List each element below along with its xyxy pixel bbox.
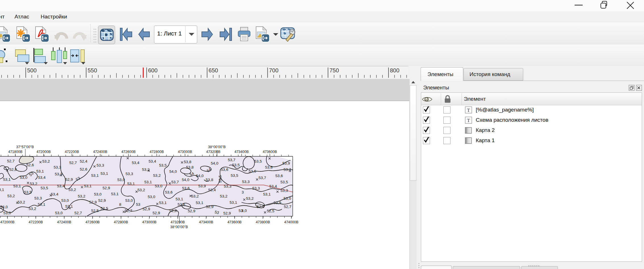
svg-text:52,9: 52,9 [188, 209, 195, 213]
svg-text:52,5: 52,5 [91, 209, 99, 213]
svg-text:53,5: 53,5 [232, 163, 240, 167]
svg-text:472800B: 472800B [149, 150, 164, 154]
svg-text:53,2: 53,2 [191, 194, 199, 198]
svg-text:52,9: 52,9 [98, 198, 106, 203]
svg-text:53,3: 53,3 [126, 172, 133, 176]
svg-text:53,7: 53,7 [259, 176, 266, 180]
svg-text:53,3: 53,3 [224, 184, 231, 188]
svg-text:8: 8 [119, 202, 121, 207]
svg-text:53,6: 53,6 [265, 165, 273, 169]
svg-text:53,1: 53,1 [111, 192, 119, 196]
svg-text:53,5: 53,5 [24, 190, 32, 194]
svg-text:53,0: 53,0 [125, 198, 133, 203]
svg-text:473600B: 473600B [263, 150, 277, 154]
svg-text:53,0: 53,0 [148, 195, 155, 199]
svg-text:3,1: 3,1 [0, 188, 4, 192]
svg-text:53,0: 53,0 [94, 192, 101, 196]
svg-text:472400B: 472400B [57, 220, 71, 224]
svg-text:53,8: 53,8 [206, 178, 213, 182]
svg-text:53,7: 53,7 [228, 158, 235, 162]
svg-text:53,1: 53,1 [127, 182, 135, 186]
svg-text:53,0: 53,0 [3, 211, 11, 215]
svg-text:473200B: 473200B [206, 150, 220, 154]
svg-text:53,2: 53,2 [153, 173, 161, 178]
svg-text:53,5: 53,5 [41, 186, 48, 190]
svg-text:53,2: 53,2 [78, 194, 85, 198]
svg-text:54,0: 54,0 [182, 178, 189, 182]
svg-text:3,0: 3,0 [242, 209, 247, 213]
svg-text:52,5: 52,5 [267, 209, 274, 213]
svg-text:52,9: 52,9 [153, 211, 160, 215]
svg-text:53,2: 53,2 [42, 159, 50, 163]
svg-text:53,0: 53,0 [61, 198, 69, 203]
svg-text:53,8: 53,8 [186, 165, 194, 169]
svg-text:473800B: 473800B [256, 220, 270, 224]
svg-text:52,8: 52,8 [9, 167, 17, 172]
svg-text:52,9: 52,9 [89, 200, 97, 204]
svg-text:54,0: 54,0 [169, 169, 177, 174]
svg-text:52,7: 52,7 [69, 161, 77, 165]
svg-text:53,1: 53,1 [38, 202, 45, 207]
svg-text:472200B: 472200B [65, 150, 79, 154]
svg-text:53,6: 53,6 [221, 167, 228, 172]
svg-text:53,5: 53,5 [254, 159, 262, 163]
svg-text:53,2: 53,2 [220, 194, 227, 198]
svg-text:53,4: 53,4 [57, 184, 65, 188]
svg-text:52,8: 52,8 [169, 209, 177, 213]
svg-text:53,0: 53,0 [20, 175, 27, 180]
svg-text:53,4: 53,4 [208, 188, 216, 192]
svg-text:54,0: 54,0 [211, 161, 218, 165]
svg-text:52,9: 52,9 [103, 186, 110, 190]
svg-text:53,2: 53,2 [246, 196, 254, 201]
svg-text:53,7: 53,7 [171, 180, 179, 184]
svg-text:53,5: 53,5 [281, 180, 288, 184]
svg-text:T: T [467, 108, 470, 113]
svg-text:53,4: 53,4 [132, 161, 140, 165]
svg-text:53,9: 53,9 [282, 161, 290, 165]
svg-text:52,6: 52,6 [178, 202, 185, 207]
svg-text:472600B: 472600B [121, 150, 136, 154]
svg-text:53,4: 53,4 [269, 184, 277, 188]
svg-text:53,6: 53,6 [275, 174, 283, 178]
svg-text:472200B: 472200B [29, 220, 43, 224]
svg-text:53,6: 53,6 [182, 186, 190, 190]
svg-text:52,9: 52,9 [206, 205, 213, 209]
svg-text:473400B: 473400B [234, 150, 249, 154]
svg-text:53,4: 53,4 [149, 159, 156, 163]
svg-text:52,4: 52,4 [80, 159, 88, 163]
svg-text:52,9: 52,9 [143, 207, 150, 211]
svg-text:52,6: 52,6 [80, 167, 87, 171]
svg-text:53,1: 53,1 [159, 201, 167, 205]
svg-text:53,2: 53,2 [68, 188, 76, 192]
svg-text:53,1: 53,1 [65, 204, 73, 209]
svg-text:472800B: 472800B [114, 220, 128, 224]
svg-text:53: 53 [136, 202, 140, 207]
svg-text:53,2: 53,2 [138, 188, 145, 192]
svg-text:53,0: 53,0 [55, 211, 63, 215]
svg-text:3: 3 [242, 190, 244, 194]
svg-text:53,1: 53,1 [144, 180, 152, 184]
svg-text:52,7: 52,7 [74, 211, 82, 215]
svg-text:53,0: 53,0 [155, 184, 162, 188]
svg-text:473600B: 473600B [227, 220, 242, 224]
svg-text:52,5: 52,5 [101, 206, 108, 211]
svg-text:52,7: 52,7 [125, 209, 132, 213]
svg-text:53,2: 53,2 [7, 194, 15, 198]
svg-text:53,1: 53,1 [263, 192, 271, 196]
svg-text:473200B: 473200B [171, 220, 185, 224]
svg-text:800: 800 [390, 67, 399, 73]
svg-text:53,3: 53,3 [97, 163, 104, 167]
svg-text:473000B: 473000B [142, 220, 156, 224]
svg-text:750: 750 [329, 67, 339, 73]
svg-text:38°00’00”B: 38°00’00”B [208, 145, 226, 149]
svg-text:53,0: 53,0 [117, 178, 125, 182]
svg-text:53,6: 53,6 [165, 190, 173, 194]
svg-text:53,5: 53,5 [231, 173, 238, 178]
svg-text:700: 700 [269, 67, 279, 73]
svg-text:53,4: 53,4 [38, 175, 46, 180]
svg-text:53,1: 53,1 [13, 184, 21, 188]
svg-text:474000B: 474000B [284, 220, 298, 224]
svg-text:53,4: 53,4 [51, 192, 59, 196]
svg-text:53,2: 53,2 [30, 182, 37, 186]
svg-text:53,1: 53,1 [196, 201, 203, 205]
